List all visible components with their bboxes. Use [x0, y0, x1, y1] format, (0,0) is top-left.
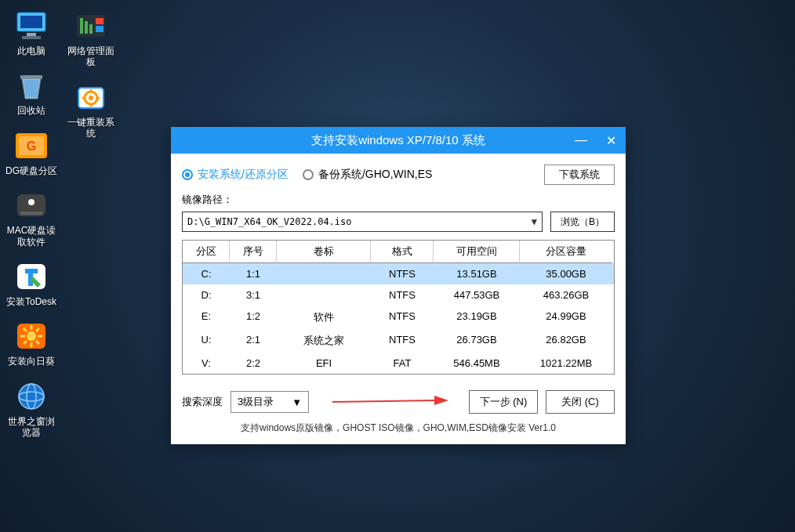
desktop-icon-world-browser[interactable]: 世界之窗浏览器 [3, 377, 60, 442]
desktop-icon-one-click-reinstall[interactable]: 一键重装系统 [63, 78, 119, 143]
install-sunflower-icon [13, 320, 50, 353]
svg-rect-31 [96, 26, 103, 32]
installer-window: 支持安装windows XP/7/8/10 系统 — ✕ 安装系统/还原分区 备… [171, 127, 626, 444]
table-cell: U: [183, 329, 230, 353]
desktop-icon-recycle-bin[interactable]: 回收站 [3, 66, 60, 119]
footer-text: 支持windows原版镜像，GHOST ISO镜像，GHO,WIM,ESD镜像安… [182, 414, 615, 438]
desktop-icon-label: 一键重装系统 [64, 117, 118, 139]
image-path-dropdown[interactable]: D:\G_WIN7_X64_OK_V2022.04.iso ▼ [182, 212, 543, 232]
svg-text:G: G [27, 139, 36, 153]
table-cell: 1:1 [230, 263, 277, 284]
table-cell: 2:1 [230, 329, 277, 353]
desktop-icon-label: 此电脑 [17, 45, 45, 56]
desktop-icon-label: 网络管理面板 [64, 45, 118, 68]
titlebar[interactable]: 支持安装windows XP/7/8/10 系统 — ✕ [171, 127, 626, 154]
table-cell: 1:2 [230, 306, 277, 329]
table-cell: 24.99GB [520, 306, 612, 329]
table-cell: 系统之家 [277, 329, 371, 353]
this-pc-icon [13, 9, 50, 42]
svg-rect-2 [27, 33, 36, 36]
radio-backup-label: 备份系统/GHO,WIN,ES [318, 168, 432, 182]
table-cell: 35.00GB [520, 263, 612, 284]
table-cell: 546.45MB [434, 353, 520, 374]
desktop-icon-install-sunflower[interactable]: 安装向日葵 [3, 317, 60, 370]
th-capacity: 分区容量 [520, 241, 612, 263]
table-cell: 3:1 [230, 284, 277, 306]
desktop-icon-this-pc[interactable]: 此电脑 [3, 6, 60, 60]
table-row[interactable]: C:1:1NTFS13.51GB35.00GB [183, 263, 614, 284]
partition-table: 分区 序号 卷标 格式 可用空间 分区容量 C:1:1NTFS13.51GB35… [182, 240, 615, 375]
browse-button[interactable]: 浏览（B） [550, 212, 615, 232]
download-system-button[interactable]: 下载系统 [544, 165, 615, 185]
svg-point-9 [28, 199, 34, 205]
svg-rect-30 [96, 18, 103, 24]
desktop-icon-dg-partition[interactable]: GDG硬盘分区 [3, 126, 60, 179]
search-depth-value: 3级目录 [238, 395, 274, 409]
th-partition: 分区 [183, 241, 230, 263]
table-cell: D: [183, 284, 230, 306]
one-click-reinstall-icon [72, 81, 110, 114]
table-row[interactable]: E:1:2软件NTFS23.19GB24.99GB [183, 306, 614, 329]
radio-install-restore[interactable]: 安装系统/还原分区 [182, 168, 289, 182]
table-cell: E: [183, 306, 230, 329]
table-cell: 2:2 [230, 353, 277, 374]
desktop-icon-mac-disk-reader[interactable]: MAC硬盘读取软件 [3, 186, 60, 251]
svg-line-35 [332, 400, 434, 402]
table-cell: NTFS [371, 263, 434, 284]
table-cell: 463.26GB [520, 284, 612, 306]
dg-partition-icon: G [13, 129, 50, 162]
table-cell: FAT [371, 353, 434, 374]
table-row[interactable]: D:3:1NTFS447.53GB463.26GB [183, 284, 614, 306]
radio-unselected-icon [303, 169, 314, 180]
table-cell: NTFS [371, 306, 434, 329]
th-free: 可用空间 [434, 241, 520, 263]
desktop-icon-label: DG硬盘分区 [5, 165, 57, 176]
table-cell [277, 284, 371, 306]
table-cell: NTFS [371, 329, 434, 353]
svg-point-13 [27, 331, 36, 341]
table-cell [277, 263, 371, 284]
annotation-arrow [317, 391, 461, 413]
table-header-row: 分区 序号 卷标 格式 可用空间 分区容量 [183, 241, 614, 263]
svg-rect-29 [89, 24, 93, 34]
table-cell: 447.53GB [434, 284, 520, 306]
svg-rect-28 [85, 21, 88, 34]
search-depth-dropdown[interactable]: 3级目录 ▼ [231, 391, 309, 413]
svg-rect-10 [20, 212, 42, 215]
desktop-icon-network-panel[interactable]: 网络管理面板 [63, 6, 119, 71]
table-cell: V: [183, 353, 230, 374]
table-cell: 23.19GB [434, 306, 520, 329]
install-todesk-icon [13, 260, 50, 293]
svg-point-34 [89, 96, 93, 100]
next-button[interactable]: 下一步 (N) [469, 390, 538, 414]
radio-selected-icon [182, 169, 193, 180]
desktop-icon-label: 安装向日葵 [8, 356, 55, 367]
svg-rect-4 [20, 75, 42, 79]
close-button[interactable]: 关闭 (C) [546, 390, 615, 414]
desktop-icon-label: 安装ToDesk [6, 296, 56, 307]
desktop-icon-install-todesk[interactable]: 安装ToDesk [3, 257, 60, 310]
window-title: 支持安装windows XP/7/8/10 系统 [311, 133, 485, 148]
table-cell: NTFS [371, 284, 434, 306]
svg-rect-3 [22, 36, 41, 39]
desktop-icon-label: 回收站 [17, 105, 45, 116]
radio-backup[interactable]: 备份系统/GHO,WIN,ES [303, 168, 432, 182]
minimize-icon[interactable]: — [570, 132, 592, 149]
th-seq: 序号 [230, 241, 277, 263]
close-icon[interactable]: ✕ [601, 132, 621, 150]
image-path-value: D:\G_WIN7_X64_OK_V2022.04.iso [187, 216, 352, 227]
network-panel-icon [72, 9, 110, 42]
desktop-icon-label: 世界之窗浏览器 [5, 416, 58, 439]
table-cell: 26.73GB [434, 329, 520, 353]
table-row[interactable]: U:2:1系统之家NTFS26.73GB26.82GB [183, 329, 614, 353]
table-cell: 1021.22MB [520, 353, 612, 374]
search-depth-label: 搜索深度 [182, 395, 223, 409]
svg-marker-36 [434, 396, 448, 405]
radio-install-label: 安装系统/还原分区 [198, 168, 289, 182]
table-cell: 26.82GB [520, 329, 612, 353]
table-cell: C: [183, 263, 230, 284]
table-row[interactable]: V:2:2EFIFAT546.45MB1021.22MB [183, 353, 614, 374]
th-label: 卷标 [277, 241, 371, 263]
table-cell: EFI [277, 353, 371, 374]
dropdown-arrow-icon: ▼ [292, 396, 302, 408]
